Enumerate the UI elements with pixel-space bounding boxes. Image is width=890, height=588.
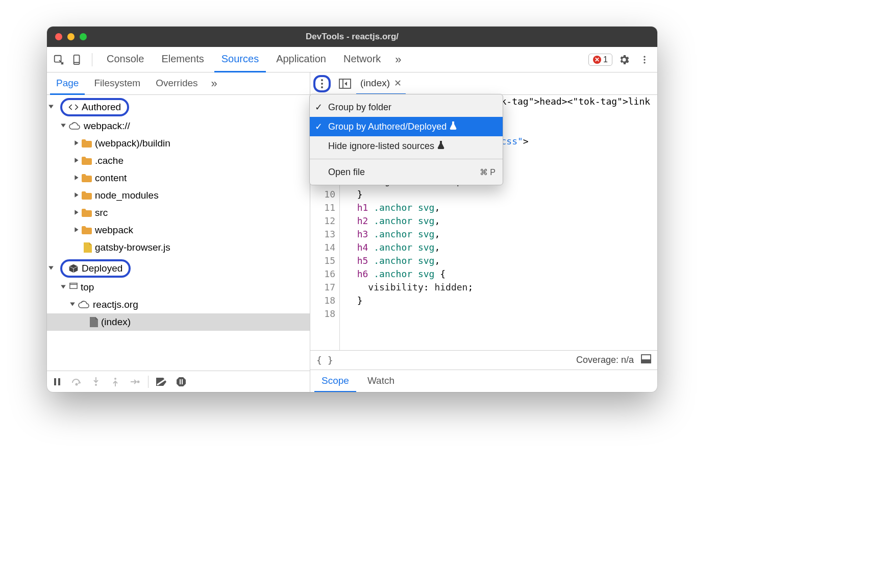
- more-tabs-icon[interactable]: »: [391, 53, 405, 66]
- deployed-label: Deployed: [82, 263, 122, 274]
- menu-separator: [310, 159, 503, 159]
- svg-rect-9: [58, 378, 60, 385]
- tree-folder[interactable]: (webpack)/buildin: [47, 135, 310, 152]
- tree-item-top[interactable]: top: [47, 279, 310, 296]
- tree-folder[interactable]: src: [47, 204, 310, 222]
- zoom-button[interactable]: [80, 33, 87, 40]
- drawer-toggle-icon[interactable]: [641, 354, 651, 366]
- document-icon: [90, 317, 98, 327]
- menu-hide-ignore-listed[interactable]: Hide ignore-listed sources: [310, 136, 503, 156]
- pause-on-exceptions-icon[interactable]: [175, 376, 187, 388]
- svg-rect-15: [180, 379, 181, 384]
- package-icon: [68, 263, 79, 274]
- caret-right-icon: [73, 192, 81, 199]
- deployed-group[interactable]: Deployed: [60, 259, 131, 278]
- tree-folder[interactable]: webpack: [47, 222, 310, 239]
- devtools-window: DevTools - reactjs.org/ Console Elements…: [47, 27, 657, 392]
- step-over-icon[interactable]: [70, 376, 83, 388]
- tab-sources[interactable]: Sources: [214, 47, 266, 72]
- folder-icon: [82, 174, 92, 182]
- tree-file-js[interactable]: gatsby-browser.js: [47, 239, 310, 256]
- caret-right-icon: [73, 157, 81, 164]
- tab-application[interactable]: Application: [269, 47, 333, 72]
- tab-page[interactable]: Page: [50, 73, 85, 95]
- tab-console[interactable]: Console: [100, 47, 151, 72]
- caret-down-icon: [60, 122, 67, 130]
- tree-label: webpack: [95, 225, 133, 236]
- file-tree: Authored webpack:// (webpack)/buildin: [47, 95, 310, 371]
- menu-group-by-authored-deployed[interactable]: ✓ Group by Authored/Deployed: [310, 117, 503, 136]
- settings-icon[interactable]: [615, 54, 633, 66]
- tree-label: (index): [101, 316, 131, 328]
- tab-network[interactable]: Network: [336, 47, 388, 72]
- svg-rect-8: [54, 378, 56, 385]
- editor-status-bar: { } Coverage: n/a: [310, 350, 657, 370]
- editor-tabbar: (index) ✕ ✓ Group by folder ✓ Group by A…: [310, 72, 657, 95]
- svg-rect-16: [182, 379, 183, 384]
- tab-watch[interactable]: Watch: [360, 371, 402, 393]
- caret-down-icon[interactable]: [48, 265, 55, 272]
- shortcut-label: ⌘ P: [480, 167, 496, 177]
- svg-point-5: [644, 62, 645, 63]
- svg-point-10: [76, 383, 78, 385]
- tree-label: gatsby-browser.js: [95, 242, 170, 253]
- tree-label: (webpack)/buildin: [95, 138, 170, 149]
- check-icon: ✓: [315, 121, 323, 132]
- tree-file-index[interactable]: (index): [47, 313, 310, 331]
- tree-folder[interactable]: .cache: [47, 152, 310, 169]
- main-menu-icon[interactable]: [636, 55, 653, 65]
- authored-group[interactable]: Authored: [60, 98, 129, 116]
- svg-point-12: [114, 378, 116, 380]
- tree-label: reactjs.org: [93, 299, 138, 310]
- tree-origin[interactable]: reactjs.org: [47, 296, 310, 313]
- frame-icon: [69, 282, 78, 292]
- step-icon[interactable]: [129, 376, 141, 388]
- pretty-print-icon[interactable]: { }: [316, 355, 333, 365]
- experiment-icon: [450, 121, 457, 132]
- coverage-label: Coverage: n/a: [576, 355, 634, 365]
- editor-tab-index[interactable]: (index) ✕: [356, 73, 406, 95]
- close-button[interactable]: [55, 33, 62, 40]
- menu-open-file[interactable]: Open file ⌘ P: [310, 162, 503, 182]
- more-navigator-tabs-icon[interactable]: »: [207, 77, 221, 90]
- navigator-options-button[interactable]: [313, 75, 331, 92]
- svg-point-11: [95, 384, 97, 386]
- tree-label: content: [95, 173, 127, 184]
- navigator-options-menu: ✓ Group by folder ✓ Group by Authored/De…: [309, 94, 503, 185]
- caret-down-icon[interactable]: [48, 104, 55, 111]
- cloud-icon: [78, 301, 90, 309]
- separator: [92, 53, 92, 66]
- folder-icon: [82, 157, 92, 165]
- svg-rect-6: [70, 283, 77, 289]
- minimize-button[interactable]: [67, 33, 75, 40]
- main-toolbar: Console Elements Sources Application Net…: [47, 47, 657, 72]
- tree-folder[interactable]: content: [47, 169, 310, 187]
- tree-label: node_modules: [95, 190, 159, 201]
- device-toolbar-icon[interactable]: [69, 52, 85, 67]
- svg-point-18: [321, 83, 323, 85]
- show-navigator-icon[interactable]: [338, 77, 352, 91]
- tab-overrides[interactable]: Overrides: [150, 73, 204, 95]
- tab-scope[interactable]: Scope: [314, 371, 356, 393]
- editor-tab-label: (index): [360, 78, 390, 89]
- folder-icon: [82, 191, 92, 200]
- inspect-element-icon[interactable]: [51, 52, 66, 67]
- caret-down-icon: [60, 284, 67, 291]
- caret-right-icon: [73, 175, 81, 182]
- tab-elements[interactable]: Elements: [154, 47, 211, 72]
- menu-group-by-folder[interactable]: ✓ Group by folder: [310, 97, 503, 117]
- step-into-icon[interactable]: [90, 376, 102, 388]
- tree-label: .cache: [95, 155, 123, 166]
- errors-badge[interactable]: ✕ 1: [588, 54, 612, 66]
- pause-icon[interactable]: [51, 376, 63, 388]
- deactivate-breakpoints-icon[interactable]: [156, 376, 168, 388]
- tree-item-webpack[interactable]: webpack://: [47, 117, 310, 135]
- tab-filesystem[interactable]: Filesystem: [88, 73, 146, 95]
- check-icon: ✓: [315, 102, 323, 113]
- step-out-icon[interactable]: [109, 376, 121, 388]
- navigator-tabs: Page Filesystem Overrides »: [47, 72, 310, 95]
- caret-right-icon: [73, 209, 81, 216]
- tree-folder[interactable]: node_modules: [47, 187, 310, 204]
- js-file-icon: [84, 242, 92, 253]
- close-tab-icon[interactable]: ✕: [394, 78, 402, 89]
